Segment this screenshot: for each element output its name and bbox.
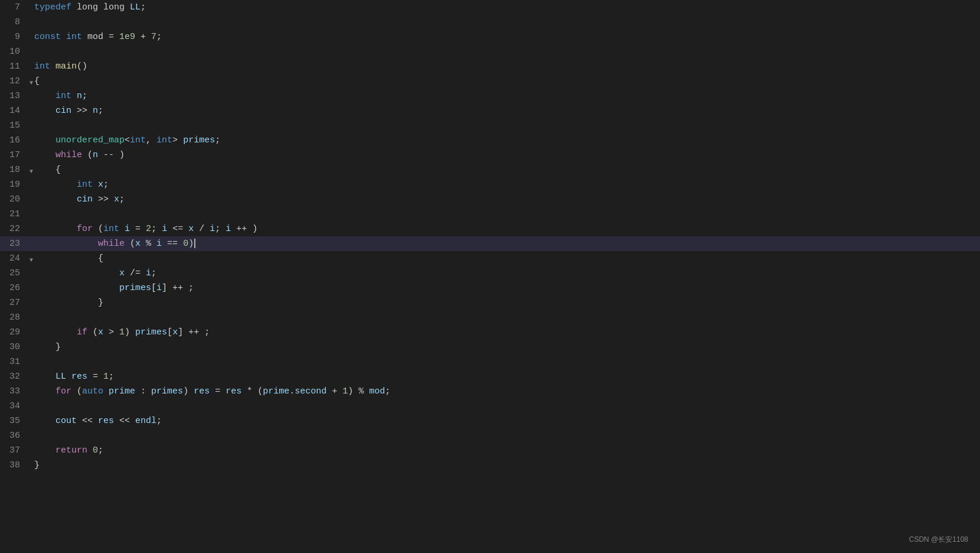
line-number: 20 bbox=[0, 192, 30, 207]
token-plain: ; bbox=[215, 224, 226, 234]
token-plain: % bbox=[141, 239, 156, 249]
token-ident: n bbox=[93, 150, 98, 160]
token-plain: /= bbox=[125, 268, 146, 278]
token-plain: > bbox=[103, 327, 119, 337]
token-ident: res bbox=[194, 386, 210, 396]
fold-arrow-icon[interactable]: ▼ bbox=[30, 253, 33, 268]
code-content bbox=[30, 207, 980, 222]
token-plain bbox=[119, 224, 125, 234]
code-line: 12▼{ bbox=[0, 74, 980, 89]
code-line: 8 bbox=[0, 15, 980, 30]
token-ident: res bbox=[71, 372, 87, 382]
code-line: 22 for (int i = 2; i <= x / i; i ++ ) bbox=[0, 222, 980, 236]
code-line: 18▼ { bbox=[0, 162, 980, 177]
token-ident: LL bbox=[130, 2, 141, 12]
code-content: for (int i = 2; i <= x / i; i ++ ) bbox=[30, 222, 980, 236]
line-number: 24 bbox=[0, 251, 30, 266]
token-plain bbox=[50, 61, 55, 71]
fold-arrow-icon[interactable]: ▼ bbox=[30, 164, 33, 179]
line-number: 27 bbox=[0, 295, 30, 310]
code-content: } bbox=[30, 340, 980, 354]
token-plain bbox=[103, 386, 109, 396]
token-plain: } bbox=[34, 460, 40, 470]
code-content: while (x % i == 0) bbox=[30, 236, 980, 251]
token-plain bbox=[34, 165, 55, 175]
token-plain: { bbox=[98, 253, 103, 264]
token-plain: ( bbox=[87, 327, 98, 337]
code-line: 32 LL res = 1; bbox=[0, 369, 980, 384]
code-line: 17 while (n -- ) bbox=[0, 148, 980, 162]
code-content: while (n -- ) bbox=[30, 148, 980, 162]
token-plain: << bbox=[77, 416, 98, 426]
token-plain: = bbox=[87, 372, 103, 382]
code-content bbox=[30, 428, 980, 443]
token-plain bbox=[34, 327, 77, 337]
token-plain: [ bbox=[151, 283, 156, 293]
token-ident: i bbox=[210, 224, 215, 234]
token-ident: i bbox=[156, 283, 162, 293]
token-plain: ++ ) bbox=[231, 224, 263, 234]
line-number: 28 bbox=[0, 310, 30, 325]
code-content: x /= i; bbox=[30, 266, 980, 281]
line-number: 35 bbox=[0, 414, 30, 428]
code-content: { bbox=[30, 251, 980, 266]
code-line: 10 bbox=[0, 44, 980, 59]
line-number: 16 bbox=[0, 133, 30, 148]
token-plain: + bbox=[326, 386, 342, 396]
token-plain bbox=[61, 32, 66, 42]
token-ident: x bbox=[119, 268, 125, 278]
token-num: 1e9 bbox=[119, 32, 135, 42]
token-ident: LL bbox=[55, 372, 66, 382]
token-plain: >> bbox=[71, 106, 93, 116]
code-editor[interactable]: 7typedef long long LL;89const int mod = … bbox=[0, 0, 980, 553]
token-ident: x bbox=[98, 180, 103, 190]
token-plain bbox=[34, 372, 55, 382]
code-content bbox=[30, 399, 980, 414]
code-line: 24▼ { bbox=[0, 251, 980, 266]
token-ident: primes bbox=[183, 135, 215, 145]
token-num: 7 bbox=[151, 32, 156, 42]
token-ident: i bbox=[156, 239, 162, 249]
token-kw: const bbox=[34, 32, 61, 42]
token-plain bbox=[34, 342, 55, 352]
token-kw2: for bbox=[55, 386, 71, 396]
token-plain: ) bbox=[125, 327, 135, 337]
token-plain bbox=[34, 445, 55, 456]
token-plain: ; bbox=[103, 180, 109, 190]
token-kw2: while bbox=[55, 150, 82, 160]
token-kw2: for bbox=[77, 224, 93, 234]
token-plain: = bbox=[210, 386, 226, 396]
token-plain: * ( bbox=[241, 386, 263, 396]
token-kw: int bbox=[34, 61, 50, 71]
token-num: 1 bbox=[119, 327, 125, 337]
code-line: 13 int n; bbox=[0, 89, 980, 103]
token-plain: () bbox=[77, 61, 87, 71]
line-number: 8 bbox=[0, 15, 30, 30]
token-plain bbox=[34, 106, 55, 116]
token-plain: : bbox=[135, 386, 151, 396]
token-plain bbox=[34, 224, 77, 234]
token-kw: int bbox=[103, 224, 119, 234]
token-green: unordered_map bbox=[55, 135, 125, 145]
token-kw2: while bbox=[98, 239, 125, 249]
token-plain bbox=[34, 194, 77, 204]
token-plain: . bbox=[289, 386, 295, 396]
token-plain bbox=[87, 445, 93, 456]
fold-arrow-icon[interactable]: ▼ bbox=[30, 76, 33, 90]
token-plain: ( bbox=[125, 239, 135, 249]
token-ident: i bbox=[162, 224, 167, 234]
code-line: 26 primes[i] ++ ; bbox=[0, 281, 980, 295]
token-plain: ) % bbox=[348, 386, 369, 396]
line-number: 37 bbox=[0, 443, 30, 458]
token-plain: > bbox=[172, 135, 183, 145]
code-line: 9const int mod = 1e9 + 7; bbox=[0, 30, 980, 44]
code-content: LL res = 1; bbox=[30, 369, 980, 384]
token-kw: int bbox=[55, 91, 71, 101]
code-content: int n; bbox=[30, 89, 980, 103]
line-number: 22 bbox=[0, 222, 30, 236]
token-ident: x bbox=[172, 327, 178, 337]
token-plain: + bbox=[135, 32, 151, 42]
token-plain: [ bbox=[167, 327, 172, 337]
code-content: } bbox=[30, 295, 980, 310]
code-content: { bbox=[30, 162, 980, 177]
